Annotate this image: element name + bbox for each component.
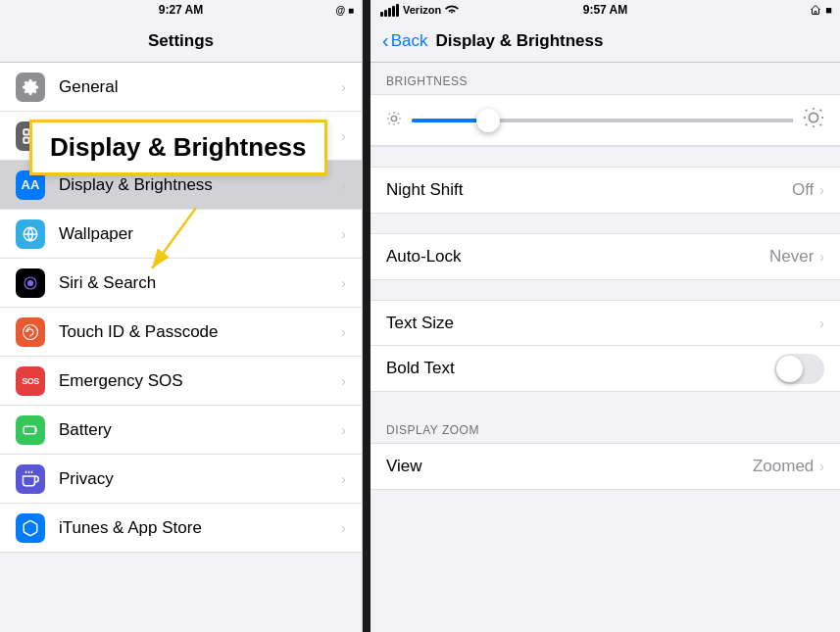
display-chevron: › <box>341 177 346 193</box>
brightness-sun-small-icon <box>386 111 402 129</box>
settings-item-sos[interactable]: SOS Emergency SOS › <box>0 357 362 406</box>
touchid-chevron: › <box>341 324 346 340</box>
settings-item-privacy[interactable]: Privacy › <box>0 455 362 504</box>
general-label: General <box>59 77 341 97</box>
svg-rect-4 <box>24 137 28 142</box>
status-bar-right: Verizon 9:57 AM ■ <box>371 0 840 20</box>
night-shift-label: Night Shift <box>386 180 792 200</box>
left-status-icons: @ ■ <box>335 5 354 16</box>
auto-lock-group: Auto-Lock Never › <box>371 233 840 280</box>
auto-lock-label: Auto-Lock <box>386 247 769 267</box>
right-time: 9:57 AM <box>583 3 628 17</box>
carrier-label: Verizon <box>403 4 441 16</box>
display-zoom-group: View Zoomed › <box>371 443 840 490</box>
display-label: Display & Brightness <box>59 175 341 195</box>
right-nav-title: Display & Brightness <box>435 31 828 51</box>
siri-chevron: › <box>341 275 346 291</box>
svg-point-8 <box>27 280 33 286</box>
sos-icon: SOS <box>16 366 45 396</box>
night-shift-value: Off <box>792 180 814 200</box>
settings-list: Display & Brightness General › Control C… <box>0 63 362 632</box>
display-zoom-label: DISPLAY ZOOM <box>371 412 840 443</box>
sos-chevron: › <box>341 373 346 389</box>
signal-icon <box>380 4 399 17</box>
text-size-label: Text Size <box>386 314 819 333</box>
battery-icon <box>16 415 45 445</box>
svg-line-29 <box>806 124 807 125</box>
view-value: Zoomed <box>753 457 814 476</box>
settings-item-wallpaper[interactable]: Wallpaper › <box>0 210 362 259</box>
svg-point-13 <box>391 116 396 121</box>
wifi-icon <box>445 3 459 17</box>
night-shift-group: Night Shift Off › <box>371 167 840 214</box>
svg-line-21 <box>398 114 399 115</box>
night-shift-row[interactable]: Night Shift Off › <box>371 168 840 213</box>
brightness-slider-wrap <box>386 107 824 133</box>
sos-label: Emergency SOS <box>59 371 341 391</box>
panel-divider <box>363 0 371 632</box>
night-shift-chevron: › <box>819 182 824 198</box>
settings-title: Settings <box>148 31 214 51</box>
right-status-icons: ■ <box>809 4 832 16</box>
annotation-box: Display & Brightness <box>29 120 327 175</box>
back-button[interactable]: ‹ Back <box>382 29 427 52</box>
settings-item-itunes[interactable]: iTunes & App Store › <box>0 504 362 553</box>
touchid-label: Touch ID & Passcode <box>59 322 341 342</box>
svg-line-19 <box>398 122 399 123</box>
svg-line-27 <box>806 110 807 111</box>
text-size-chevron: › <box>819 316 824 331</box>
svg-line-18 <box>389 114 390 115</box>
general-chevron: › <box>341 79 346 95</box>
brightness-sun-large-icon <box>803 107 824 133</box>
siri-icon <box>16 268 45 298</box>
right-panel: Verizon 9:57 AM ■ ‹ Back Display & Brigh… <box>371 0 840 632</box>
itunes-label: iTunes & App Store <box>59 518 341 538</box>
svg-line-20 <box>389 122 390 123</box>
itunes-icon <box>16 513 45 543</box>
touchid-icon <box>16 317 45 347</box>
toggle-knob <box>776 356 803 382</box>
view-label: View <box>386 457 753 476</box>
left-time: 9:27 AM <box>159 3 204 17</box>
brightness-row <box>371 95 840 146</box>
settings-item-touchid[interactable]: Touch ID & Passcode › <box>0 308 362 357</box>
brightness-group <box>371 94 840 147</box>
auto-lock-chevron: › <box>819 249 824 265</box>
left-panel: 9:27 AM @ ■ Settings Display & Brightnes… <box>0 0 363 632</box>
svg-rect-2 <box>24 129 28 134</box>
svg-line-30 <box>820 110 821 111</box>
status-bar-left: 9:27 AM @ ■ <box>0 0 362 20</box>
svg-line-28 <box>820 124 821 125</box>
privacy-icon <box>16 464 45 494</box>
brightness-slider[interactable] <box>412 119 793 122</box>
bold-text-label: Bold Text <box>386 359 774 378</box>
settings-item-siri[interactable]: Siri & Search › <box>0 259 362 308</box>
view-row[interactable]: View Zoomed › <box>371 444 840 489</box>
right-content: BRIGHTNESS <box>371 63 840 632</box>
text-size-row[interactable]: Text Size › <box>371 301 840 346</box>
battery-label: Battery <box>59 420 341 440</box>
nav-bar-right: ‹ Back Display & Brightness <box>371 20 840 63</box>
settings-item-battery[interactable]: Battery › <box>0 406 362 455</box>
wallpaper-label: Wallpaper <box>59 224 341 244</box>
general-icon <box>16 73 45 102</box>
svg-point-22 <box>809 113 817 122</box>
back-label: Back <box>391 31 428 51</box>
view-chevron: › <box>819 459 824 474</box>
brightness-section-label: BRIGHTNESS <box>371 63 840 94</box>
auto-lock-row[interactable]: Auto-Lock Never › <box>371 234 840 279</box>
svg-rect-9 <box>24 426 35 434</box>
itunes-chevron: › <box>341 520 346 536</box>
nav-bar-left: Settings <box>0 20 362 63</box>
back-chevron-icon: ‹ <box>382 29 389 52</box>
control-center-chevron: › <box>341 128 346 144</box>
bold-text-toggle[interactable] <box>774 354 824 384</box>
bold-text-row[interactable]: Bold Text <box>371 346 840 391</box>
wallpaper-chevron: › <box>341 226 346 242</box>
privacy-label: Privacy <box>59 469 341 489</box>
auto-lock-value: Never <box>769 247 814 267</box>
settings-item-general[interactable]: General › <box>0 63 362 112</box>
annotation-text: Display & Brightness <box>50 132 307 162</box>
siri-label: Siri & Search <box>59 273 341 293</box>
wallpaper-icon <box>16 219 45 249</box>
